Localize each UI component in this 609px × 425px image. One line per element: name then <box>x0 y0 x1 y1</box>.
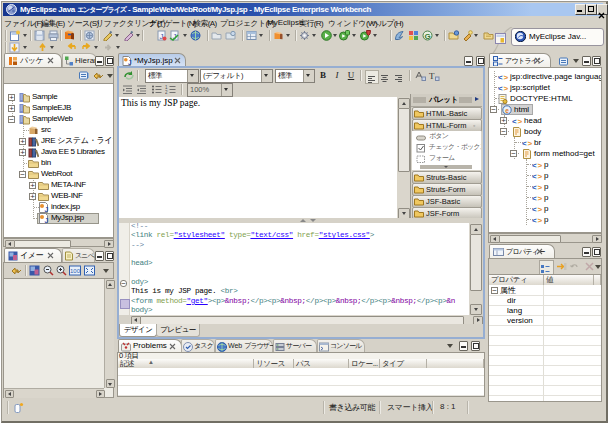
svg-text:>: > <box>504 84 509 93</box>
svg-text:<: < <box>498 84 503 93</box>
svg-text:<: < <box>532 194 537 203</box>
svg-text:G: G <box>424 32 430 41</box>
svg-text:J: J <box>128 59 132 66</box>
svg-text:>: > <box>538 172 543 181</box>
svg-text:<: < <box>522 139 527 148</box>
svg-text:<: < <box>498 73 503 82</box>
svg-text:<: < <box>532 172 537 181</box>
svg-text:>: > <box>528 139 533 148</box>
svg-text:e: e <box>505 107 509 114</box>
svg-text:1: 1 <box>165 85 168 90</box>
svg-text:<: < <box>532 216 537 225</box>
svg-text:>: > <box>538 194 543 203</box>
svg-text:J: J <box>45 217 49 224</box>
svg-text:<: < <box>532 183 537 192</box>
svg-text:<: < <box>532 161 537 170</box>
svg-text:>: > <box>538 216 543 225</box>
svg-text:2: 2 <box>165 90 168 95</box>
svg-text:>: > <box>538 205 543 214</box>
svg-text:>: > <box>538 161 543 170</box>
svg-text:100: 100 <box>70 268 81 274</box>
svg-text:T: T <box>429 71 435 81</box>
svg-text:<: < <box>512 117 517 126</box>
svg-text:>: > <box>518 117 523 126</box>
svg-text:>: > <box>538 183 543 192</box>
svg-text:J: J <box>45 206 49 213</box>
svg-text:<: < <box>532 205 537 214</box>
svg-text:>: > <box>504 73 509 82</box>
